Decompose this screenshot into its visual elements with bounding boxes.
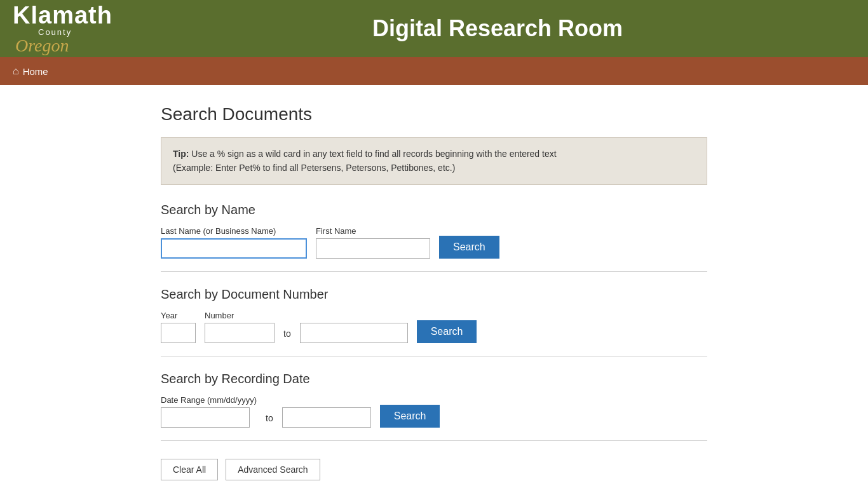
header-title: Digital Research Room — [140, 15, 855, 42]
clear-all-button[interactable]: Clear All — [161, 459, 218, 480]
search-by-name-title: Search by Name — [161, 203, 707, 217]
date-to-input[interactable] — [282, 407, 371, 428]
logo-oregon: Oregon — [15, 37, 140, 55]
page-title: Search Documents — [161, 104, 707, 125]
last-name-group: Last Name (or Business Name) — [161, 226, 307, 259]
divider-1 — [161, 271, 707, 272]
home-icon: ⌂ — [13, 65, 19, 77]
number-to-input[interactable] — [300, 323, 408, 343]
home-label: Home — [23, 66, 48, 77]
search-by-name-form: Last Name (or Business Name) First Name … — [161, 226, 707, 259]
logo-klamath: Klamath — [13, 3, 140, 27]
to-label-document: to — [283, 329, 291, 343]
navbar: ⌂ Home — [0, 57, 868, 85]
search-by-name-button[interactable]: Search — [439, 236, 499, 259]
search-by-name-section: Search by Name Last Name (or Business Na… — [161, 203, 707, 259]
advanced-search-button[interactable]: Advanced Search — [226, 459, 320, 480]
number-to-group — [300, 311, 408, 343]
first-name-label: First Name — [316, 226, 430, 236]
number-label: Number — [205, 311, 275, 320]
tip-label: Tip: — [173, 149, 189, 159]
divider-3 — [161, 440, 707, 441]
search-by-document-button[interactable]: Search — [417, 320, 477, 343]
year-input[interactable] — [161, 323, 196, 343]
number-from-input[interactable] — [205, 323, 275, 343]
number-group: Number — [205, 311, 275, 343]
tip-box: Tip: Use a % sign as a wild card in any … — [161, 137, 707, 185]
search-by-date-form: Date Range (mm/dd/yyyy) to Search — [161, 395, 707, 428]
date-from-input[interactable] — [161, 407, 250, 428]
search-by-date-button[interactable]: Search — [380, 405, 440, 428]
last-name-label: Last Name (or Business Name) — [161, 226, 307, 236]
header: Klamath County Oregon Digital Research R… — [0, 0, 868, 57]
home-link[interactable]: ⌂ Home — [13, 65, 48, 77]
last-name-input[interactable] — [161, 238, 307, 259]
search-by-date-title: Search by Recording Date — [161, 372, 707, 386]
search-by-document-title: Search by Document Number — [161, 287, 707, 302]
search-by-document-form: Year Number to Search — [161, 311, 707, 343]
first-name-input[interactable] — [316, 238, 430, 259]
search-by-document-section: Search by Document Number Year Number to… — [161, 287, 707, 343]
logo-area: Klamath County Oregon — [13, 3, 140, 55]
tip-text: Use a % sign as a wild card in any text … — [191, 149, 556, 159]
date-to-group — [282, 396, 371, 428]
date-range-group: Date Range (mm/dd/yyyy) — [161, 395, 257, 428]
bottom-buttons: Clear All Advanced Search — [161, 459, 707, 480]
main-content: Search Documents Tip: Use a % sign as a … — [148, 85, 720, 488]
date-range-label: Date Range (mm/dd/yyyy) — [161, 395, 257, 405]
first-name-group: First Name — [316, 226, 430, 259]
tip-example: (Example: Enter Pet% to find all Peterse… — [173, 163, 455, 173]
to-label-date: to — [266, 413, 273, 428]
search-by-date-section: Search by Recording Date Date Range (mm/… — [161, 372, 707, 428]
year-label: Year — [161, 311, 196, 320]
divider-2 — [161, 356, 707, 356]
year-group: Year — [161, 311, 196, 343]
